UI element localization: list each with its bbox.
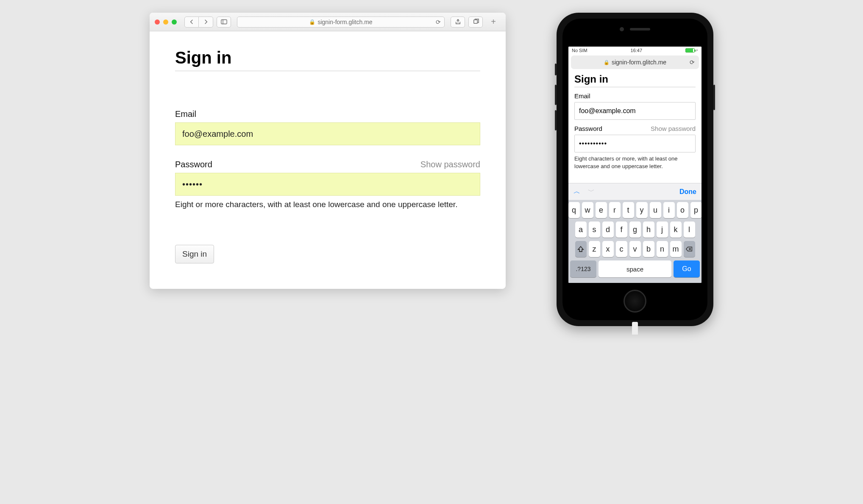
reload-icon[interactable]: ⟳ xyxy=(690,59,695,66)
keyboard-done-button[interactable]: Done xyxy=(679,188,696,196)
address-bar[interactable]: 🔒 signin-form.glitch.me ⟳ xyxy=(237,17,445,28)
forward-button[interactable] xyxy=(199,17,213,28)
next-field-button[interactable]: ﹀ xyxy=(588,187,595,196)
key-r[interactable]: r xyxy=(609,202,621,218)
url-host: signin-form.glitch.me xyxy=(317,19,372,25)
nav-buttons xyxy=(184,17,213,28)
key-d[interactable]: d xyxy=(602,222,614,238)
keyboard-row-1: qwertyuiop xyxy=(570,202,700,218)
status-time: 16:47 xyxy=(631,48,643,53)
signin-button[interactable]: Sign in xyxy=(175,245,214,263)
key-v[interactable]: v xyxy=(629,241,641,257)
svg-rect-0 xyxy=(221,20,226,24)
email-label: Email xyxy=(574,92,590,100)
ios-status-bar: No SIM 16:47 ⚡︎ xyxy=(568,47,702,54)
password-input[interactable] xyxy=(574,135,696,152)
url-host: signin-form.glitch.me xyxy=(612,59,666,66)
page-title: Sign in xyxy=(574,73,696,87)
key-i[interactable]: i xyxy=(663,202,675,218)
maximize-window-button[interactable] xyxy=(172,19,177,25)
key-h[interactable]: h xyxy=(643,222,654,238)
svg-rect-2 xyxy=(473,20,477,23)
speaker-area xyxy=(620,27,650,31)
keyboard-row-4: .?123 space Go xyxy=(570,260,700,277)
key-q[interactable]: q xyxy=(568,202,580,218)
show-password-toggle[interactable]: Show password xyxy=(420,160,480,169)
password-field-group: Password Show password Eight or more cha… xyxy=(175,160,480,209)
password-field-group: Password Show password Eight characters … xyxy=(574,125,696,170)
charging-icon: ⚡︎ xyxy=(696,48,698,53)
email-input[interactable] xyxy=(175,122,480,145)
key-o[interactable]: o xyxy=(677,202,688,218)
numbers-key[interactable]: .?123 xyxy=(570,260,596,277)
password-hint: Eight characters or more, with at least … xyxy=(574,155,696,170)
battery-indicator: ⚡︎ xyxy=(685,48,698,53)
space-key[interactable]: space xyxy=(599,260,671,277)
key-t[interactable]: t xyxy=(623,202,634,218)
carrier-label: No SIM xyxy=(572,48,587,53)
back-button[interactable] xyxy=(184,17,199,28)
minimize-window-button[interactable] xyxy=(163,19,168,25)
key-n[interactable]: n xyxy=(657,241,668,257)
key-w[interactable]: w xyxy=(582,202,593,218)
close-window-button[interactable] xyxy=(155,19,160,25)
backspace-key[interactable] xyxy=(684,241,695,257)
iphone-screen: No SIM 16:47 ⚡︎ 🔒 signin-form.glitch.me … xyxy=(568,47,702,283)
power-button xyxy=(713,85,715,110)
key-x[interactable]: x xyxy=(602,241,614,257)
safari-toolbar: 🔒 signin-form.glitch.me ⟳ + xyxy=(150,13,506,31)
show-password-toggle[interactable]: Show password xyxy=(651,125,696,132)
key-z[interactable]: z xyxy=(589,241,600,257)
password-input[interactable] xyxy=(175,173,480,196)
safari-window: 🔒 signin-form.glitch.me ⟳ + Sign in Emai… xyxy=(150,13,506,289)
password-label: Password xyxy=(574,125,602,132)
key-p[interactable]: p xyxy=(690,202,702,218)
earpiece-speaker xyxy=(630,28,650,30)
key-j[interactable]: j xyxy=(657,222,668,238)
key-c[interactable]: c xyxy=(616,241,627,257)
reload-icon[interactable]: ⟳ xyxy=(436,19,441,25)
window-controls xyxy=(155,19,177,25)
tabs-button[interactable] xyxy=(468,17,483,28)
email-input[interactable] xyxy=(574,102,696,120)
page-content: Sign in Email Password Show password Eig… xyxy=(150,31,506,289)
go-key[interactable]: Go xyxy=(674,260,700,277)
lock-icon: 🔒 xyxy=(604,60,610,65)
key-s[interactable]: s xyxy=(589,222,600,238)
key-u[interactable]: u xyxy=(650,202,661,218)
sidebar-toggle-button[interactable] xyxy=(217,17,231,28)
mute-switch xyxy=(555,64,557,75)
home-button[interactable] xyxy=(624,290,646,313)
key-g[interactable]: g xyxy=(629,222,641,238)
key-f[interactable]: f xyxy=(616,222,627,238)
key-l[interactable]: l xyxy=(684,222,695,238)
key-a[interactable]: a xyxy=(575,222,587,238)
lightning-cable xyxy=(632,322,638,335)
keyboard-row-3: zxcvbnm xyxy=(570,241,700,257)
shift-key[interactable] xyxy=(575,241,587,257)
prev-field-button[interactable]: ︿ xyxy=(573,187,580,196)
email-label: Email xyxy=(175,109,196,119)
page-title: Sign in xyxy=(175,48,480,71)
password-hint: Eight or more characters, with at least … xyxy=(175,200,480,209)
battery-icon xyxy=(685,48,695,53)
ios-keyboard: qwertyuiop asdfghjkl zxcvbnm .?123 spac xyxy=(568,200,702,283)
volume-down-button xyxy=(555,110,557,130)
front-camera xyxy=(620,27,624,31)
new-tab-button[interactable]: + xyxy=(486,17,501,28)
email-field-group: Email xyxy=(175,109,480,145)
email-field-group: Email xyxy=(574,92,696,120)
ios-page-content: Sign in Email Password Show password xyxy=(568,72,702,183)
key-y[interactable]: y xyxy=(636,202,648,218)
share-button[interactable] xyxy=(451,17,465,28)
key-e[interactable]: e xyxy=(596,202,607,218)
lock-icon: 🔒 xyxy=(309,19,315,25)
key-k[interactable]: k xyxy=(670,222,682,238)
ios-address-bar[interactable]: 🔒 signin-form.glitch.me ⟳ xyxy=(571,55,699,69)
keyboard-row-2: asdfghjkl xyxy=(570,222,700,238)
key-m[interactable]: m xyxy=(670,241,682,257)
keyboard-accessory-bar: ︿ ﹀ Done xyxy=(568,183,702,200)
password-label: Password xyxy=(175,160,212,169)
key-b[interactable]: b xyxy=(643,241,654,257)
iphone-device: No SIM 16:47 ⚡︎ 🔒 signin-form.glitch.me … xyxy=(557,13,713,326)
